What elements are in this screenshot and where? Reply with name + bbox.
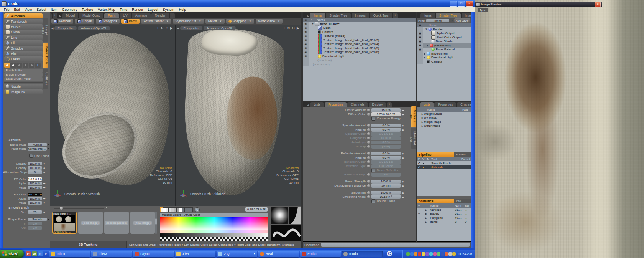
shape-preset-select[interactable]: Smooth (28, 218, 47, 221)
brush-tip-text[interactable]: T (35, 63, 41, 68)
tab-add-2[interactable]: + (170, 13, 175, 18)
bump-strength-field[interactable]: 100.0 % (371, 180, 401, 184)
menu-geometry[interactable]: Geometry (60, 8, 80, 12)
expand-icon[interactable]: ▶ (426, 44, 429, 47)
group-dropdown-icon[interactable]: ▼ (253, 253, 256, 255)
quick-launch-icon[interactable]: P (26, 251, 31, 256)
menu-help[interactable]: Help (177, 8, 189, 12)
menu-texture[interactable]: Texture (79, 8, 95, 12)
shader-row-base-material[interactable]: ◉ Base Material (417, 48, 472, 52)
fresnel-field[interactable]: 0.0 % (371, 156, 401, 160)
pipeline-title[interactable]: Pipeline (417, 152, 454, 157)
item-row-texture-4[interactable]: ◉ Texture: Image: head_bake_final_02d (4… (303, 42, 416, 46)
panel-tab-channels[interactable]: Channels (457, 102, 472, 107)
size-field[interactable]: 73 (28, 210, 42, 214)
tray-icon[interactable] (410, 252, 414, 256)
channel-knob-icon[interactable] (367, 180, 370, 183)
visibility-eye-icon[interactable]: ◉ (419, 40, 421, 43)
stepper-icon[interactable]: ◀▶ (42, 182, 46, 184)
polygons-button[interactable]: Polygons (96, 19, 120, 24)
quick-launch-icon[interactable]: W (32, 251, 37, 256)
brush-tip-star-icon[interactable] (23, 63, 28, 68)
zoom-icon[interactable]: ⊙ (166, 26, 169, 30)
visibility-eye-icon[interactable]: ◉ (304, 55, 307, 58)
expand-icon[interactable]: ▶ (425, 217, 428, 219)
visibility-eye-icon[interactable]: ◉ (419, 48, 421, 51)
shader-row-render[interactable]: ▼ Render (417, 27, 472, 31)
visibility-eye-icon[interactable]: ◉ (304, 38, 307, 41)
shader-row-environment[interactable]: ▶ Environment (417, 51, 472, 56)
viewport-mode-button[interactable]: Perspective (180, 26, 202, 30)
tool-smudge[interactable]: Smudge (4, 46, 43, 51)
displacement-distance-field[interactable]: 20 mm (371, 184, 401, 188)
conserve-energy-checkbox[interactable] (371, 117, 375, 121)
panel-tab-properties[interactable]: Properties (434, 102, 456, 107)
visibility-eye-icon[interactable]: ◉ (304, 22, 307, 25)
pipeline-row-airbrush[interactable]: ✔ • Airbrush (417, 165, 472, 170)
tool-paintbrush[interactable]: Paintbrush (4, 19, 43, 24)
edges-button[interactable]: Edges (75, 19, 94, 24)
start-button[interactable]: start (0, 250, 24, 258)
panel-tab-items[interactable]: Items (420, 13, 435, 18)
stepper-icon[interactable]: ◀▶ (401, 152, 405, 155)
menu-time[interactable]: Time (117, 8, 130, 12)
tab-add[interactable]: + (53, 13, 58, 18)
stepper-icon[interactable]: ◀▶ (401, 192, 405, 194)
expand-icon[interactable]: ▶ (425, 220, 428, 223)
new-image-cell[interactable]: (new image) (130, 212, 155, 234)
add-icon[interactable]: + (417, 220, 421, 223)
command-input[interactable] (321, 243, 470, 247)
section-smooth-brush[interactable]: Smooth Brush (3, 206, 50, 210)
preview-type-label[interactable]: Type: (478, 8, 488, 12)
smoothing-angle-field[interactable]: 89.5247 ° (371, 195, 401, 199)
panel-tab-shader-tree[interactable]: Shader Tree (326, 13, 351, 18)
collapse-icon[interactable]: ▼ (311, 23, 314, 25)
expand-icon[interactable]: ▶ (423, 52, 426, 55)
falloff-dropdown[interactable]: Falloff ▼ (205, 19, 225, 24)
taskbar-button-filemaker[interactable]: FileM... (91, 251, 132, 257)
tool-airbrush[interactable]: Airbrush (4, 13, 43, 18)
menu-render[interactable]: Render (130, 8, 146, 12)
fg-color-field[interactable]: 1.0 1.0 1.0 (28, 177, 42, 181)
section-airbrush[interactable]: Airbrush (3, 138, 50, 142)
alpha-checker-bar[interactable] (160, 237, 268, 241)
tool-line[interactable]: Line (4, 35, 43, 40)
new-item-row[interactable]: (new item) (303, 58, 416, 63)
maximize-button[interactable]: □ (458, 1, 465, 7)
empty-swatch[interactable] (190, 207, 193, 212)
item-row-scene[interactable]: ◉ ▼ head_06.lwo* (303, 22, 416, 26)
symmetry-dropdown[interactable]: Symmetry: Off ▼ (173, 19, 204, 24)
presets-tab[interactable]: Presets (454, 152, 472, 157)
slider-knob[interactable] (60, 207, 63, 210)
panel-tab-add[interactable]: + (393, 13, 398, 18)
visibility-eye-icon[interactable]: ◉ (304, 35, 307, 38)
hue-spectrum[interactable] (160, 217, 268, 230)
side-tab-material-ref[interactable]: Material Ref (411, 106, 416, 127)
stepper-icon[interactable]: ◀▶ (401, 109, 405, 111)
load-sequence-cell[interactable]: (load sequence) (104, 212, 129, 234)
stat-row-edges[interactable]: + - ▶ Edges 61,... ... (417, 212, 472, 216)
brush-editor-button[interactable]: Brush Editor (4, 69, 43, 73)
tray-icon[interactable] (441, 252, 444, 256)
stepper-icon[interactable]: ◀▶ (42, 202, 46, 204)
list-row-other-maps[interactable]: ▶ Other Maps (417, 124, 472, 128)
menu-vertex-map[interactable]: Vertex Map (95, 8, 118, 12)
opacity-field[interactable]: 100.0 % (28, 162, 42, 165)
tool-fill[interactable]: Fill (4, 40, 43, 45)
tool-clone[interactable]: Clone (4, 30, 43, 35)
viewport-left[interactable]: ◀ Perspective Advanced OpenGL + ↻ ⊙ ▶ No… (50, 25, 175, 206)
tool-blur[interactable]: Blur (4, 51, 43, 56)
visibility-eye-icon[interactable]: ◉ (304, 43, 307, 46)
item-row-texture-5[interactable]: ◉ Texture: Image: head_bake_final_02d (5… (303, 46, 416, 50)
menu-item[interactable]: Item (48, 8, 60, 12)
info-tab[interactable]: Info (454, 199, 472, 203)
tracking-mode-label[interactable]: 3D Tracking (50, 241, 127, 248)
tray-icon[interactable] (437, 252, 440, 256)
tray-icon[interactable] (452, 252, 456, 256)
tab-animate[interactable]: Animate (132, 13, 151, 18)
rotate-icon[interactable]: ↻ (287, 26, 290, 30)
expand-icon[interactable]: ▶ (425, 212, 428, 215)
channel-knob-icon[interactable] (367, 195, 370, 198)
visibility-eye-icon[interactable]: ◉ (304, 46, 307, 50)
tab-scroll-right-icon[interactable]: ▶ (58, 15, 62, 18)
